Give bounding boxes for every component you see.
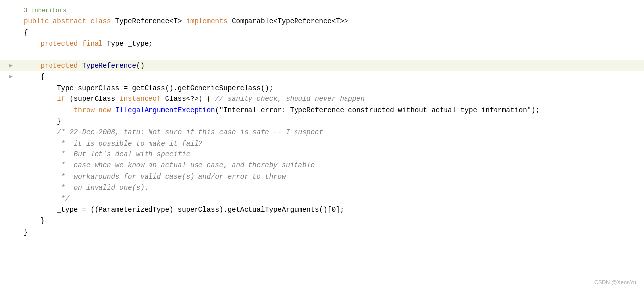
token: _type = ((ParameterizedType) superClass)… (24, 206, 344, 214)
token (95, 106, 99, 114)
line-gutter (0, 149, 16, 160)
line-gutter (0, 138, 16, 149)
code-viewer: 3 inheritorspublic abstract class TypeRe… (0, 0, 644, 292)
token: TypeReference (82, 62, 136, 70)
line-gutter (0, 94, 16, 104)
code-line: } (0, 215, 644, 226)
token: * it is possible to make it fail? (24, 140, 202, 147)
code-line: 3 inheritors (0, 5, 644, 16)
line-gutter (0, 5, 16, 16)
code-line: */ (0, 194, 644, 204)
token: protected (41, 40, 78, 48)
token: { (24, 29, 28, 37)
token (111, 106, 115, 114)
line-code: Type superClass = getClass().getGenericS… (16, 83, 644, 94)
arrow-right-icon: ▶ (9, 72, 13, 82)
token: implements (186, 17, 228, 25)
line-gutter (0, 127, 16, 138)
code-line: * on invalid one(s). (0, 182, 644, 193)
token (24, 62, 41, 70)
line-code: protected TypeReference() (16, 60, 644, 71)
line-gutter: ▶ (0, 71, 16, 82)
token (78, 62, 82, 70)
code-line: throw new IllegalArgumentException("Inte… (0, 105, 644, 116)
token: Type superClass = getClass().getGenericS… (24, 84, 273, 92)
token: } (24, 117, 61, 125)
code-line: * But let's deal with specific (0, 149, 644, 160)
token: protected (41, 62, 78, 70)
token: Class (161, 95, 186, 103)
line-code: } (16, 227, 644, 238)
token: (superClass (65, 95, 119, 103)
line-code: * workarounds for valid case(s) and/or e… (16, 171, 644, 182)
token: ("Internal error: TypeReference construc… (215, 106, 540, 114)
code-line: /* 22-Dec-2008, tatu: Not sure if this c… (0, 127, 644, 138)
token (49, 17, 52, 25)
code-line: ▶ protected TypeReference() (0, 60, 644, 71)
token: } (24, 217, 45, 225)
token: if (57, 95, 65, 103)
code-line: * it is possible to make it fail? (0, 138, 644, 149)
token: TypeReference (111, 17, 169, 25)
token: * But let's deal with specific (24, 150, 190, 158)
line-code: } (16, 116, 644, 127)
token: public (24, 17, 49, 25)
token: final (82, 40, 103, 48)
token: * workarounds for valid case(s) and/or e… (24, 173, 286, 181)
line-code: protected final Type _type; (16, 38, 644, 49)
watermark-label: CSDN @XeonYu (594, 278, 636, 287)
line-code (16, 49, 644, 60)
code-line: ▶ { (0, 71, 644, 82)
token (24, 40, 41, 48)
line-gutter (0, 116, 16, 127)
line-code: if (superClass instanceof Class<?>) { //… (16, 94, 644, 104)
line-gutter (0, 27, 16, 38)
line-code: } (16, 215, 644, 226)
line-code: * it is possible to make it fail? (16, 138, 644, 149)
line-code: /* 22-Dec-2008, tatu: Not sure if this c… (16, 127, 644, 138)
token: abstract (53, 17, 86, 25)
token (182, 17, 186, 25)
code-line: } (0, 227, 644, 238)
code-line: if (superClass instanceof Class<?>) { //… (0, 94, 644, 104)
token: class (90, 17, 111, 25)
token: <TypeReference<T>> (273, 17, 348, 25)
token: Type _type; (103, 40, 153, 48)
token: /* 22-Dec-2008, tatu: Not sure if this c… (57, 128, 323, 136)
token[interactable]: IllegalArgumentException (115, 106, 215, 114)
line-gutter (0, 182, 16, 193)
line-code: throw new IllegalArgumentException("Inte… (16, 105, 644, 116)
token (24, 106, 74, 114)
line-code: public abstract class TypeReference<T> i… (16, 16, 644, 27)
line-gutter (0, 83, 16, 94)
line-code: * on invalid one(s). (16, 182, 644, 193)
token: * case when we know an actual use case, … (24, 161, 315, 169)
token: { (24, 73, 45, 81)
token: * on invalid one(s). (24, 184, 149, 192)
line-gutter (0, 49, 16, 60)
line-code: * But let's deal with specific (16, 149, 644, 160)
line-gutter (0, 105, 16, 116)
line-gutter (0, 194, 16, 204)
token: throw (74, 106, 95, 114)
token: instanceof (119, 95, 161, 103)
line-gutter (0, 204, 16, 215)
line-gutter (0, 227, 16, 238)
line-code: 3 inheritors (16, 5, 644, 16)
code-line: _type = ((ParameterizedType) superClass)… (0, 204, 644, 215)
code-line (0, 49, 644, 60)
token: */ (24, 195, 69, 203)
line-code: { (16, 27, 644, 38)
line-code: { (16, 71, 644, 82)
token: () (136, 62, 145, 70)
code-line: * workarounds for valid case(s) and/or e… (0, 171, 644, 182)
token (24, 128, 57, 136)
line-code: _type = ((ParameterizedType) superClass)… (16, 204, 644, 215)
line-gutter (0, 215, 16, 226)
token: new (99, 106, 111, 114)
token: // sanity check, should never happen (211, 95, 365, 103)
line-code: * case when we know an actual use case, … (16, 160, 644, 171)
arrow-right-icon: ▶ (9, 61, 13, 71)
line-gutter (0, 171, 16, 182)
token (78, 40, 82, 48)
